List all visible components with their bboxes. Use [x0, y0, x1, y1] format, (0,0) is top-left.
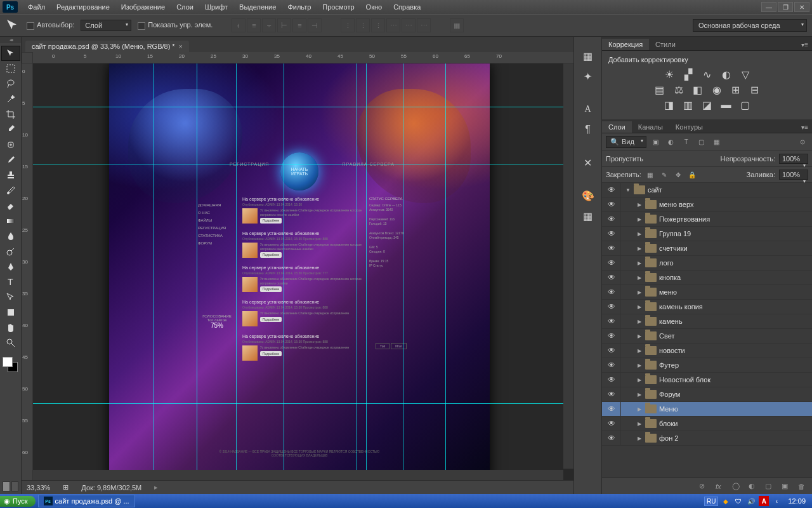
filter-adjust-icon[interactable]: ◐: [665, 137, 677, 147]
show-transform-checkbox[interactable]: Показать упр. элем.: [138, 21, 213, 29]
brushes-panel-icon[interactable]: ✦: [579, 69, 597, 84]
disclosure-icon[interactable]: ▶: [636, 348, 643, 354]
tray-icon[interactable]: ◆: [721, 496, 731, 506]
lookup-icon[interactable]: ⊟: [749, 84, 761, 95]
layer-name[interactable]: счетчики: [659, 244, 688, 252]
mixer-icon[interactable]: ⊞: [730, 84, 742, 95]
layer-name[interactable]: Меню: [659, 405, 678, 413]
disclosure-icon[interactable]: ▶: [636, 290, 643, 295]
path-select-tool[interactable]: [1, 290, 20, 305]
color-panel-icon[interactable]: 🎨: [579, 188, 597, 203]
type-tool[interactable]: T: [1, 274, 20, 290]
tab-adjustments[interactable]: Коррекция: [602, 39, 649, 50]
foreground-color[interactable]: [3, 357, 13, 367]
disclosure-icon[interactable]: ▼: [625, 187, 631, 193]
screenmode-icon[interactable]: [11, 481, 19, 491]
filter-smart-icon[interactable]: ▦: [711, 137, 723, 147]
menu-Справка[interactable]: Справка: [388, 2, 426, 12]
visibility-icon[interactable]: 👁: [602, 329, 621, 343]
visibility-icon[interactable]: 👁: [602, 256, 621, 270]
menu-Выделение[interactable]: Выделение: [234, 2, 281, 12]
new-layer-icon[interactable]: ▣: [782, 482, 792, 490]
blend-mode-dropdown[interactable]: Пропустить: [606, 155, 717, 163]
layer-row[interactable]: 👁▶Футер: [602, 358, 812, 373]
disclosure-icon[interactable]: ▶: [636, 202, 643, 208]
bw-icon[interactable]: ◧: [691, 84, 704, 95]
guide[interactable]: [236, 64, 237, 480]
guide[interactable]: [154, 64, 154, 480]
crop-tool[interactable]: [1, 107, 20, 122]
disclosure-icon[interactable]: ▶: [636, 231, 643, 237]
quickmask-icon[interactable]: [3, 481, 10, 491]
character-panel-icon[interactable]: A: [579, 102, 597, 117]
gradient-map-icon[interactable]: ▬: [720, 99, 733, 110]
photo-filter-icon[interactable]: ◉: [710, 84, 723, 95]
layer-row[interactable]: 👁▶счетчики: [602, 241, 812, 256]
autoselect-checkbox[interactable]: Автовыбор:: [27, 21, 74, 29]
horizontal-scrollbar[interactable]: [33, 470, 563, 480]
guide[interactable]: [357, 64, 357, 480]
brush-tool[interactable]: [1, 152, 20, 168]
filter-toggle-icon[interactable]: ⊙: [797, 137, 808, 147]
visibility-icon[interactable]: 👁: [602, 300, 621, 314]
visibility-icon[interactable]: 👁: [602, 387, 621, 401]
fill-field[interactable]: 100%: [779, 170, 808, 180]
disclosure-icon[interactable]: ▶: [636, 246, 643, 251]
visibility-icon[interactable]: 👁: [602, 431, 621, 445]
layer-name[interactable]: меню: [659, 288, 677, 296]
disclosure-icon[interactable]: ▶: [636, 217, 643, 222]
guide[interactable]: [33, 403, 573, 404]
align-top-icon[interactable]: ⫞: [232, 18, 246, 32]
adjustment-layer-icon[interactable]: ◐: [749, 482, 759, 490]
align-hcenter-icon[interactable]: ≡: [292, 18, 306, 32]
visibility-icon[interactable]: 👁: [602, 358, 621, 372]
menu-Файл[interactable]: Файл: [23, 2, 50, 12]
autoselect-mode-dropdown[interactable]: Слой: [81, 20, 131, 31]
shape-tool[interactable]: [1, 305, 20, 320]
maximize-button[interactable]: ❐: [778, 2, 793, 12]
distribute-icon[interactable]: ⋯: [417, 18, 431, 32]
layer-name[interactable]: Группа 19: [659, 230, 691, 237]
wand-tool[interactable]: [1, 91, 20, 107]
distribute-icon[interactable]: ⋯: [402, 18, 416, 32]
exposure-icon[interactable]: ◐: [720, 69, 733, 80]
stamp-tool[interactable]: [1, 168, 20, 183]
posterize-icon[interactable]: ▥: [682, 99, 695, 110]
disclosure-icon[interactable]: ▶: [636, 436, 643, 441]
layer-name[interactable]: блоки: [659, 420, 678, 427]
disclosure-icon[interactable]: ▶: [636, 275, 643, 281]
layer-row[interactable]: 👁▶Меню: [602, 402, 812, 417]
minimize-button[interactable]: —: [761, 2, 776, 12]
layer-row[interactable]: 👁▶кнопка: [602, 271, 812, 285]
layer-name[interactable]: кнопка: [659, 274, 681, 281]
layer-name[interactable]: сайт: [648, 186, 662, 194]
brightness-icon[interactable]: ☀: [663, 69, 676, 80]
layer-row[interactable]: 👁▶Форум: [602, 387, 812, 402]
workspace-dropdown[interactable]: Основная рабочая среда: [693, 19, 807, 32]
fx-icon[interactable]: fx: [716, 483, 726, 490]
distribute-icon[interactable]: ⋮: [341, 18, 355, 32]
panel-menu-icon[interactable]: ▾≡: [797, 39, 812, 50]
layer-row[interactable]: 👁▶меню верх: [602, 197, 812, 212]
distribute-icon[interactable]: ⋯: [386, 18, 400, 32]
menu-Шрифт[interactable]: Шрифт: [200, 2, 233, 12]
marquee-tool[interactable]: [1, 61, 20, 76]
distribute-icon[interactable]: ⋮: [356, 18, 370, 32]
pen-tool[interactable]: [1, 259, 20, 274]
tab-styles[interactable]: Стили: [649, 39, 682, 50]
layer-row[interactable]: 👁▶камень копия: [602, 300, 812, 314]
lock-transparent-icon[interactable]: ▦: [645, 170, 655, 179]
properties-panel-icon[interactable]: ✕: [579, 155, 597, 170]
visibility-icon[interactable]: 👁: [602, 197, 621, 211]
hue-icon[interactable]: ▤: [653, 84, 666, 95]
selective-icon[interactable]: ▢: [739, 99, 752, 110]
visibility-icon[interactable]: 👁: [602, 344, 621, 358]
invert-icon[interactable]: ◨: [663, 99, 676, 110]
layer-row[interactable]: 👁▶блоки: [602, 417, 812, 431]
color-swatches[interactable]: [0, 354, 21, 380]
visibility-icon[interactable]: 👁: [602, 402, 621, 416]
group-icon[interactable]: ▢: [765, 482, 775, 490]
visibility-icon[interactable]: 👁: [602, 285, 621, 299]
filter-type-icon[interactable]: T: [681, 137, 692, 147]
layer-name[interactable]: Футер: [659, 361, 679, 369]
